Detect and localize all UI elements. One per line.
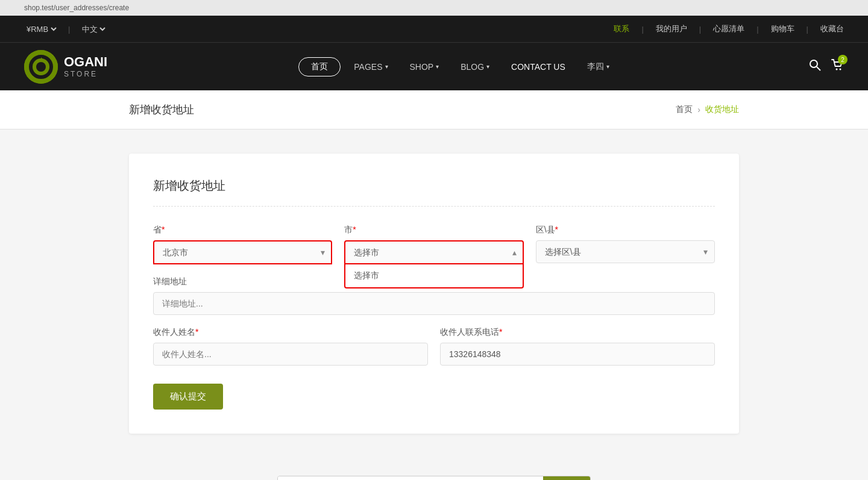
nav-blog[interactable]: BLOG ▾ [452, 58, 498, 75]
newsletter-section [0, 458, 868, 480]
svg-point-1 [31, 57, 51, 76]
currency-select[interactable]: ¥RMB [24, 24, 58, 34]
nav-user[interactable]: 李四 ▾ [579, 58, 618, 76]
top-myuser-link[interactable]: 我的用户 [656, 23, 687, 34]
recipient-phone-input[interactable] [440, 343, 715, 366]
svg-point-5 [835, 69, 837, 70]
form-divider [153, 206, 715, 207]
province-group: 省* 北京市 [153, 225, 332, 264]
breadcrumb-home[interactable]: 首页 [676, 104, 693, 115]
logo-svg [24, 50, 58, 84]
top-bar: ¥RMB | 中文 联系 | 我的用户 | 心愿清单 | 购物车 | 收藏台 [0, 16, 868, 42]
cart-count: 2 [838, 55, 848, 64]
nav-pages[interactable]: PAGES ▾ [345, 58, 396, 75]
city-group: 市* 选择市 选择市 [344, 225, 523, 264]
logo-brand: OGANI [64, 55, 107, 69]
nav-shop[interactable]: SHOP ▾ [401, 58, 448, 75]
svg-point-2 [37, 63, 45, 71]
breadcrumb-section: 新增收货地址 首页 › 收货地址 [0, 90, 868, 129]
logo-sub: STORE [64, 70, 107, 78]
city-select-wrapper: 选择市 选择市 [344, 240, 523, 264]
page-title: 新增收货地址 [129, 102, 194, 117]
district-label: 区\县* [536, 225, 715, 235]
recipient-name-label: 收件人姓名* [153, 327, 428, 338]
newsletter-submit-button[interactable] [543, 476, 590, 480]
sep1: | [68, 25, 70, 34]
url-bar: shop.test/user_addresses/create [0, 0, 868, 16]
province-select[interactable]: 北京市 [153, 240, 332, 264]
city-label: 市* [344, 225, 523, 235]
location-row: 省* 北京市 市* 选择市 [153, 225, 715, 264]
newsletter-input[interactable] [278, 476, 543, 480]
recipient-name-group: 收件人姓名* [153, 327, 428, 366]
top-contact-link[interactable]: 联系 [614, 23, 629, 34]
city-option-default[interactable]: 选择市 [345, 264, 522, 287]
form-card: 新增收货地址 省* 北京市 市* [129, 154, 739, 434]
url-text: shop.test/user_addresses/create [24, 4, 129, 12]
nav-contact[interactable]: CONTACT US [503, 58, 574, 75]
logo[interactable]: OGANI STORE [24, 50, 107, 84]
submit-button[interactable]: 确认提交 [153, 384, 223, 410]
province-select-wrapper: 北京市 [153, 240, 332, 264]
cart-button[interactable]: 2 [831, 58, 844, 75]
top-favorites-link[interactable]: 收藏台 [820, 23, 844, 34]
language-select[interactable]: 中文 [80, 24, 107, 34]
breadcrumb-sep: › [697, 105, 700, 114]
recipient-phone-label: 收件人联系电话* [440, 327, 715, 338]
logo-text-block: OGANI STORE [64, 55, 107, 78]
breadcrumb-current: 收货地址 [705, 104, 739, 115]
form-title: 新增收货地址 [153, 178, 715, 194]
top-bar-left: ¥RMB | 中文 [24, 24, 107, 34]
breadcrumb: 首页 › 收货地址 [676, 104, 739, 115]
search-button[interactable] [809, 59, 821, 74]
svg-point-3 [810, 60, 817, 67]
district-select[interactable]: 选择区\县 [536, 240, 715, 263]
svg-point-6 [839, 69, 841, 70]
detail-input[interactable] [153, 292, 715, 315]
logo-icon [24, 50, 58, 84]
city-dropdown: 选择市 [344, 264, 523, 288]
province-label: 省* [153, 225, 332, 235]
recipient-phone-group: 收件人联系电话* [440, 327, 715, 366]
top-bar-right: 联系 | 我的用户 | 心愿清单 | 购物车 | 收藏台 [614, 23, 844, 34]
nav-home-button[interactable]: 首页 [298, 57, 341, 76]
recipient-name-input[interactable] [153, 343, 428, 366]
district-group: 区\县* 选择区\县 [536, 225, 715, 263]
district-select-wrapper: 选择区\县 [536, 240, 715, 263]
main-nav: 首页 PAGES ▾ SHOP ▾ BLOG ▾ CONTACT US 李四 ▾ [298, 57, 618, 76]
recipient-row: 收件人姓名* 收件人联系电话* [153, 327, 715, 366]
top-cart-link[interactable]: 购物车 [771, 23, 794, 34]
newsletter-box [277, 476, 591, 480]
svg-point-0 [24, 50, 58, 84]
search-icon [809, 59, 821, 71]
header-right: 2 [809, 58, 844, 75]
header: OGANI STORE 首页 PAGES ▾ SHOP ▾ BLOG ▾ CON… [0, 42, 868, 90]
top-wishlist-link[interactable]: 心愿清单 [713, 23, 744, 34]
city-select[interactable]: 选择市 [344, 240, 523, 264]
main-content: 新增收货地址 省* 北京市 市* [0, 129, 868, 458]
svg-line-4 [817, 67, 820, 70]
